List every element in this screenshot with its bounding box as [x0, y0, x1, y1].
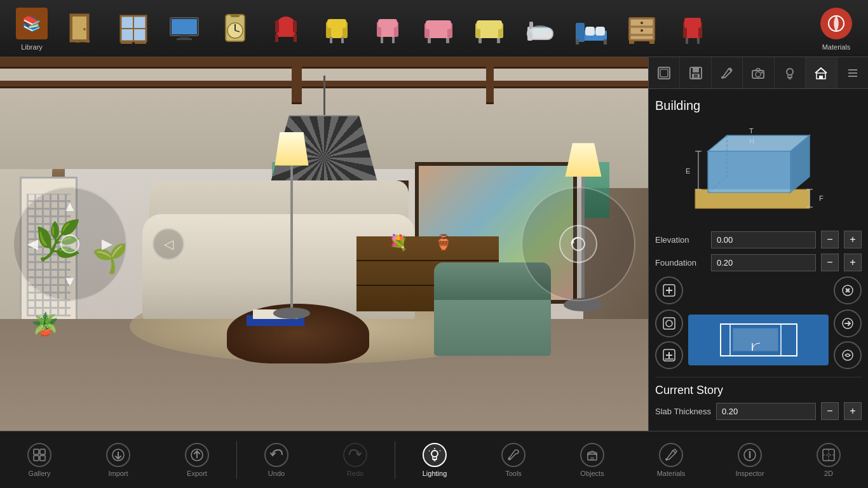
- materials-bottom-label: Materials: [657, 470, 686, 477]
- panel-tool-select[interactable]: [649, 57, 680, 88]
- toolbar-materials[interactable]: Materials: [811, 3, 862, 54]
- bottom-btn-objects[interactable]: Objects: [553, 431, 632, 488]
- elevation-minus-btn[interactable]: −: [821, 231, 839, 248]
- svg-text:H: H: [749, 137, 754, 145]
- svg-rect-24: [293, 20, 297, 33]
- vase-flowers: 💐: [389, 234, 408, 252]
- svg-rect-23: [275, 20, 279, 33]
- move-room-btn[interactable]: [655, 309, 683, 337]
- svg-rect-30: [341, 37, 344, 43]
- nav-center-dot[interactable]: [60, 234, 79, 254]
- toolbar-library[interactable]: 📚 Library: [6, 3, 57, 54]
- toolbar-red-chair-2[interactable]: [667, 8, 718, 49]
- main-viewport: 💐 🏺 🌿 🌱 🪴 ▲ ◀ ▶ ▼: [0, 57, 648, 431]
- elevation-plus-btn[interactable]: +: [844, 231, 862, 248]
- nav-left-arrow[interactable]: ◀: [27, 236, 38, 252]
- stamp-right-btn[interactable]: [834, 309, 862, 337]
- building-diagram-svg: F E T H: [682, 126, 835, 221]
- bottom-btn-2d[interactable]: 2D: [789, 431, 868, 488]
- tools-icon: [501, 443, 526, 467]
- toolbar-bathtub[interactable]: [515, 8, 566, 49]
- bottom-btn-undo[interactable]: Undo: [237, 431, 316, 488]
- bottom-btn-export[interactable]: Export: [158, 431, 236, 488]
- delete-btn[interactable]: [834, 341, 862, 369]
- nav-down[interactable]: ▼: [63, 273, 77, 290]
- nav-rotate-btn[interactable]: [559, 225, 597, 263]
- elevation-label: Elevation: [655, 235, 706, 245]
- elevation-input[interactable]: [711, 231, 816, 248]
- nav-joystick-left[interactable]: ▲ ◀ ▶ ▼: [13, 187, 127, 301]
- svg-line-140: [440, 451, 440, 451]
- vase-white: 🏺: [434, 234, 453, 252]
- toolbar-red-chair[interactable]: [261, 8, 311, 49]
- toolbar-pink-sofa[interactable]: [413, 8, 464, 49]
- bottom-btn-import[interactable]: Import: [79, 431, 158, 488]
- panel-tool-save[interactable]: [680, 57, 711, 88]
- slab-thickness-minus-btn[interactable]: −: [821, 402, 839, 420]
- nav-joystick-right[interactable]: [521, 187, 635, 301]
- add-level-btn[interactable]: [655, 341, 683, 369]
- svg-rect-128: [40, 449, 45, 454]
- slab-thickness-plus-btn[interactable]: +: [844, 402, 862, 420]
- add-room-icon: [662, 283, 676, 297]
- toolbar-dresser[interactable]: [616, 8, 667, 49]
- room-scene[interactable]: 💐 🏺 🌿 🌱 🪴 ▲ ◀ ▶ ▼: [0, 57, 648, 431]
- floor-lamp-left: [279, 132, 305, 319]
- foundation-minus-btn[interactable]: −: [821, 254, 839, 271]
- svg-rect-9: [135, 41, 146, 44]
- foundation-input[interactable]: [711, 254, 816, 271]
- nav-right-arrow[interactable]: ▶: [102, 236, 112, 252]
- add-room-btn[interactable]: [655, 276, 683, 304]
- toolbar-door[interactable]: [57, 8, 108, 49]
- svg-rect-11: [172, 19, 197, 34]
- nav-up[interactable]: ▲: [63, 198, 77, 215]
- svg-rect-62: [630, 36, 653, 39]
- svg-line-139: [429, 451, 430, 451]
- section-divider: [655, 377, 862, 377]
- panel-tool-list[interactable]: [837, 57, 868, 88]
- svg-point-64: [641, 29, 643, 32]
- foundation-plus-btn[interactable]: +: [844, 254, 862, 271]
- floor-plan-preview: [688, 315, 829, 365]
- toolbar-yellow-sofa[interactable]: [464, 8, 515, 49]
- svg-rect-72: [697, 38, 700, 44]
- toolbar-pink-chair[interactable]: [362, 8, 413, 49]
- svg-rect-123: [733, 329, 778, 351]
- undo-label: Undo: [268, 470, 285, 477]
- nav-pan-button[interactable]: ◁: [153, 228, 184, 260]
- svg-rect-8: [121, 41, 132, 44]
- top-toolbar: 📚 Library: [0, 0, 868, 57]
- rotate-icon: [569, 234, 588, 254]
- toolbar-monitor[interactable]: [159, 8, 210, 49]
- svg-point-141: [509, 458, 511, 459]
- import-icon: [106, 443, 130, 467]
- stamp-button-top-right[interactable]: [834, 276, 862, 304]
- panel-tool-home[interactable]: [806, 57, 837, 88]
- panel-tool-light[interactable]: [775, 57, 806, 88]
- bottom-btn-inspector[interactable]: Inspector: [710, 431, 789, 488]
- bottom-btn-redo[interactable]: Redo: [316, 431, 395, 488]
- svg-rect-4: [76, 40, 79, 43]
- panel-tool-camera[interactable]: [743, 57, 774, 88]
- toolbar-window[interactable]: [108, 8, 159, 49]
- bottom-btn-materials[interactable]: Materials: [632, 431, 710, 488]
- beam-horizontal-1: [0, 57, 648, 69]
- building-diagram: F E T H: [655, 123, 862, 224]
- export-label: Export: [187, 470, 207, 477]
- svg-rect-34: [378, 19, 397, 27]
- svg-rect-3: [86, 40, 90, 43]
- svg-point-85: [761, 71, 763, 73]
- svg-point-135: [431, 451, 438, 457]
- svg-point-116: [666, 320, 672, 327]
- toolbar-bed[interactable]: [566, 8, 616, 49]
- bottom-btn-lighting[interactable]: Lighting: [395, 431, 474, 488]
- slab-thickness-input[interactable]: [716, 403, 816, 420]
- redo-label: Redo: [347, 470, 363, 477]
- toolbar-yellow-armchair[interactable]: [311, 8, 362, 49]
- panel-tool-paint[interactable]: [712, 57, 743, 88]
- bottom-btn-gallery[interactable]: Gallery: [0, 431, 79, 488]
- svg-rect-36: [392, 37, 395, 43]
- bottom-btn-tools[interactable]: Tools: [474, 431, 553, 488]
- svg-rect-48: [497, 38, 500, 43]
- toolbar-clock[interactable]: [210, 8, 261, 49]
